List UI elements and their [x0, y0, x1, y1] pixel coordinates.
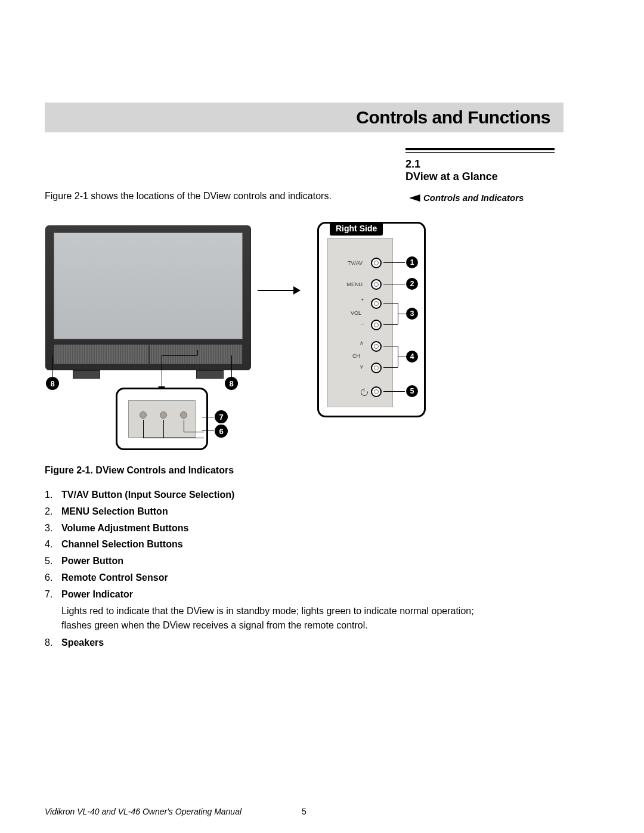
- chapter-title-bar: Controls and Functions: [45, 103, 564, 132]
- margin-subhead-text: Controls and Indicators: [423, 193, 524, 203]
- callout-leader: [383, 324, 398, 325]
- tv-speaker-grille: [54, 344, 243, 364]
- callout-leader: [383, 303, 398, 304]
- callout-leader: [197, 350, 198, 355]
- panel-label-ch-down: ∨: [357, 364, 364, 370]
- menu-button: [371, 279, 382, 290]
- callout-leader: [184, 420, 184, 432]
- callout-leader: [162, 355, 162, 388]
- section-title: DView at a Glance: [405, 171, 555, 183]
- callout-7: 7: [215, 410, 228, 423]
- callout-leader: [231, 355, 232, 377]
- tv-stand-left: [73, 370, 100, 379]
- callout-leader: [383, 346, 398, 346]
- panel-label-tvav: TV/AV: [339, 260, 363, 266]
- callout-leader: [162, 355, 197, 356]
- footer-page-number: 5: [302, 807, 306, 816]
- callout-leader: [202, 431, 214, 431]
- sensor-detail-inner: [128, 400, 196, 438]
- callout-2: 2: [406, 278, 418, 290]
- footer-manual-title: Vidikron VL-40 and VL-46 Owner's Operati…: [45, 807, 242, 816]
- list-item: 2.MENU Selection Button: [45, 504, 498, 519]
- callout-leader: [398, 303, 398, 314]
- right-side-panel: Right Side TV/AV MENU + VOL – ∧ CH ∨: [317, 222, 426, 417]
- callout-8-right: 8: [225, 377, 238, 390]
- right-side-tab: Right Side: [330, 222, 383, 236]
- indicator-dot: [140, 411, 147, 419]
- callout-1: 1: [406, 256, 418, 268]
- chapter-title: Controls and Functions: [356, 107, 550, 128]
- callout-8-left: 8: [46, 377, 59, 390]
- figure-2-1: 8 8 7 6 Right Side TV/A: [38, 217, 384, 456]
- list-item: 8.Speakers: [45, 636, 498, 651]
- callout-6: 6: [215, 425, 228, 438]
- list-item: 5.Power Button: [45, 554, 498, 569]
- callout-3: 3: [406, 308, 418, 320]
- ch-down-button: [371, 363, 382, 373]
- panel-label-ch: CH: [346, 353, 360, 359]
- sensor-detail-box: [116, 388, 208, 450]
- callout-leader: [143, 438, 163, 438]
- callout-leader: [163, 420, 164, 438]
- callout-leader: [202, 417, 214, 417]
- callout-leader: [52, 355, 53, 377]
- margin-subhead: ◀ Controls and Indicators: [411, 192, 524, 203]
- callout-leader: [143, 420, 144, 438]
- tv-screen: [54, 233, 243, 339]
- indicator-dot: [160, 411, 167, 419]
- tvav-button: [371, 258, 382, 268]
- callout-leader: [163, 438, 204, 438]
- speaker-divider: [148, 345, 150, 364]
- power-button: [371, 386, 382, 397]
- list-item: 7.Power Indicator: [45, 587, 498, 602]
- tv-illustration: [45, 225, 251, 370]
- callout-5: 5: [406, 385, 418, 397]
- callout-leader: [398, 357, 406, 357]
- arrow-right-icon: [258, 286, 301, 295]
- callout-leader: [383, 284, 405, 284]
- section-heading: 2.1 DView at a Glance: [405, 148, 555, 183]
- callout-leader: [398, 314, 398, 324]
- page-footer: Vidikron VL-40 and VL-46 Owner's Operati…: [45, 807, 564, 816]
- list-item: 6.Remote Control Sensor: [45, 571, 498, 586]
- callout-leader: [398, 314, 406, 314]
- indicator-dot: [180, 411, 187, 419]
- callout-leader: [184, 432, 204, 432]
- callout-leader: [398, 357, 398, 367]
- list-item: 3.Volume Adjustment Buttons: [45, 521, 498, 536]
- list-item: 4.Channel Selection Buttons: [45, 537, 498, 552]
- tv-stand-right: [196, 370, 224, 379]
- intro-text: Figure 2-1 shows the locations of the DV…: [45, 191, 379, 202]
- controls-list: 1.TV/AV Button (Input Source Selection) …: [45, 488, 498, 652]
- panel-label-vol-minus: –: [357, 321, 364, 327]
- list-item-description: Lights red to indicate that the DView is…: [61, 604, 498, 634]
- vol-up-button: [371, 298, 382, 309]
- callout-leader: [398, 346, 398, 357]
- section-number: 2.1: [405, 158, 555, 171]
- panel-label-ch-up: ∧: [357, 340, 364, 346]
- callout-leader: [383, 262, 405, 263]
- panel-label-vol-plus: +: [357, 297, 364, 303]
- list-item: 1.TV/AV Button (Input Source Selection): [45, 488, 498, 503]
- vol-down-button: [371, 320, 382, 330]
- callout-leader: [383, 391, 405, 392]
- callout-leader: [383, 367, 398, 368]
- panel-label-vol: VOL: [343, 310, 361, 316]
- panel-label-menu: MENU: [339, 281, 363, 287]
- triangle-left-icon: ◀: [410, 192, 420, 203]
- figure-caption: Figure 2-1. DView Controls and Indicator…: [45, 465, 234, 476]
- section-rule: [405, 148, 555, 153]
- power-icon: [361, 389, 368, 396]
- callout-4: 4: [406, 351, 418, 363]
- right-side-panel-body: TV/AV MENU + VOL – ∧ CH ∨: [327, 238, 393, 407]
- ch-up-button: [371, 341, 382, 352]
